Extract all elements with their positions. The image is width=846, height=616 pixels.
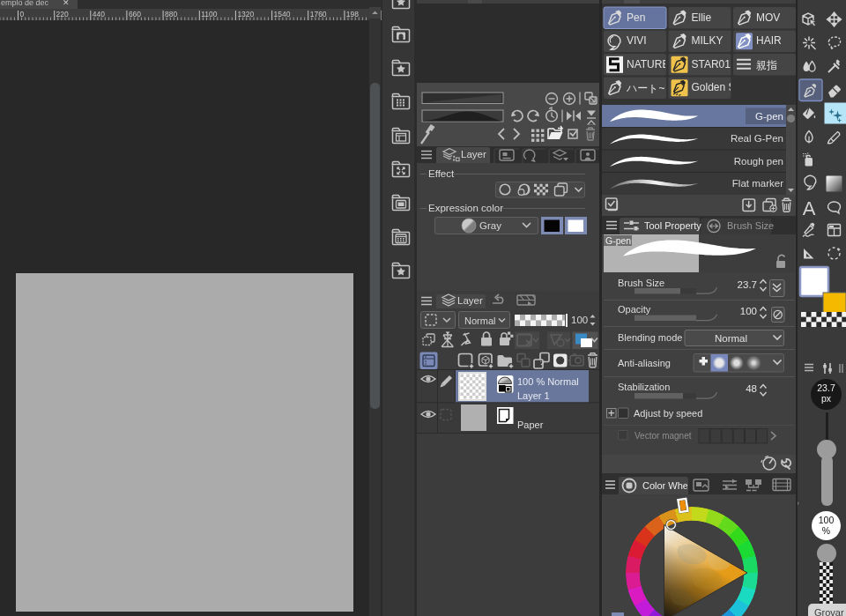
svg-text:1320: 1320	[237, 10, 254, 19]
svg-text:880: 880	[165, 10, 177, 19]
svg-text:1540: 1540	[274, 10, 291, 19]
svg-text:1100: 1100	[201, 10, 218, 19]
svg-text:198: 198	[346, 10, 359, 19]
svg-text:440: 440	[93, 10, 105, 19]
svg-text:1760: 1760	[310, 10, 327, 19]
svg-text:0: 0	[20, 10, 25, 19]
svg-text:220: 220	[56, 10, 69, 19]
svg-text:A: A	[803, 197, 816, 219]
svg-text:660: 660	[129, 10, 141, 19]
